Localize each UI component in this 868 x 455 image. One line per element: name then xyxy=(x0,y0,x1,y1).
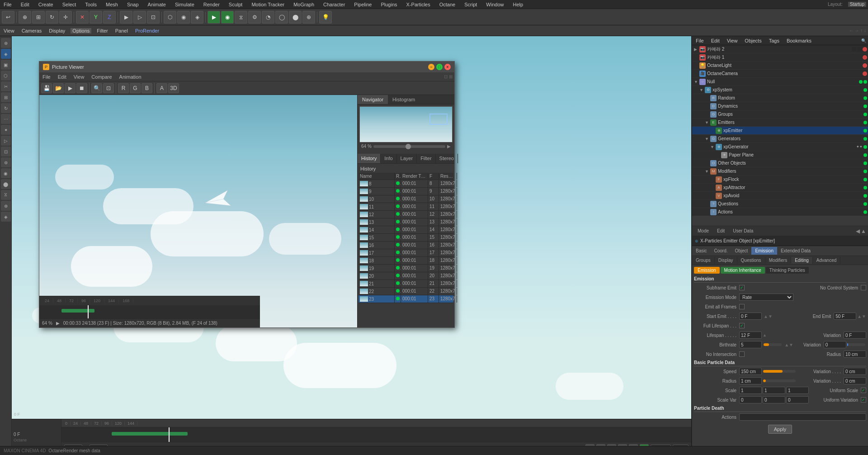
speed-slider[interactable] xyxy=(763,370,796,373)
em-tab-emission[interactable]: Emission xyxy=(694,267,720,274)
pv-tab-filter[interactable]: Filter xyxy=(417,154,435,163)
history-row-9[interactable]: 9 000:01 9 1280x7 xyxy=(359,188,453,195)
pv-menu-view[interactable]: View xyxy=(72,74,86,80)
scale-y-value[interactable]: 1 xyxy=(763,387,785,394)
pv-menu-animation[interactable]: Animation xyxy=(118,74,143,80)
tree-item-xpattractor[interactable]: A xpAttractor xyxy=(692,184,868,192)
cameras-menu[interactable]: Cameras xyxy=(20,28,44,33)
tree-item-xpgenerator[interactable]: ▼ ⊕ xpGenerator ✦✦ xyxy=(692,143,868,151)
tree-item-xpavoid[interactable]: V xpAvoid xyxy=(692,192,868,200)
props-tab-coord[interactable]: Coord. xyxy=(710,247,731,255)
menu-file[interactable]: File xyxy=(2,2,14,7)
xp-btn5[interactable]: ◔ xyxy=(262,11,274,24)
transform-tool[interactable]: ✛ xyxy=(59,11,72,24)
props-tab-object[interactable]: Object xyxy=(731,247,751,255)
pv-tab-stereo[interactable]: Stereo xyxy=(436,154,458,163)
render-region[interactable]: ▷ xyxy=(133,11,146,24)
options-menu[interactable]: Options xyxy=(71,28,91,33)
undo-button[interactable]: ↩ xyxy=(2,11,14,24)
history-row-15[interactable]: 15 000:01 15 1280x7 xyxy=(359,234,453,242)
prorender-menu[interactable]: ProRender xyxy=(133,28,161,33)
props-sub-groups[interactable]: Groups xyxy=(692,257,715,264)
menu-script[interactable]: Script xyxy=(462,2,479,7)
pv-tb-3d[interactable]: 3D xyxy=(168,83,179,93)
pv-zoom-arrow[interactable]: ▶ xyxy=(447,144,451,149)
pv-close-button[interactable]: × xyxy=(444,64,451,70)
menu-plugins[interactable]: Plugins xyxy=(379,2,399,7)
pv-tb-stop[interactable]: ⏹ xyxy=(76,83,87,93)
props-mode-tab[interactable]: Mode xyxy=(694,228,712,234)
sidebar-icon-15[interactable]: ⧖ xyxy=(1,190,11,200)
sidebar-icon-5[interactable]: ✂ xyxy=(1,81,11,91)
xp-btn8[interactable]: ⊕ xyxy=(302,11,315,24)
menu-mograph[interactable]: MoGraph xyxy=(292,2,316,7)
pv-tab-histogram[interactable]: Histogram xyxy=(388,95,420,104)
tree-item-xpemitter[interactable]: ⊕ xpEmitter xyxy=(692,127,868,135)
light-icon[interactable]: 💡 xyxy=(319,11,332,24)
pv-tb-save[interactable]: 💾 xyxy=(41,83,52,93)
tree-item-null[interactable]: ▼ ○ Null xyxy=(692,78,868,86)
render-to-pv[interactable]: ⊡ xyxy=(147,11,160,24)
pv-menu-compare[interactable]: Compare xyxy=(90,74,113,80)
menu-motion-tracker[interactable]: Motion Tracker xyxy=(250,2,286,7)
props-sub-modifiers[interactable]: Modifiers xyxy=(765,257,792,264)
menu-snap[interactable]: Snap xyxy=(125,2,141,7)
scale-var-x[interactable]: 0 xyxy=(739,396,762,403)
history-row-14[interactable]: 14 000:01 14 1280x7 xyxy=(359,226,453,234)
tree-item-paperplane[interactable]: ✈ Paper Plane xyxy=(692,151,868,159)
subframe-emit-checkbox[interactable] xyxy=(739,285,745,290)
rotate-tool[interactable]: ↻ xyxy=(46,11,58,24)
pv-tb-frame[interactable]: ⊡ xyxy=(103,83,114,93)
history-row-11[interactable]: 11 000:01 11 1280x7 xyxy=(359,203,453,211)
sidebar-icon-17[interactable]: ◈ xyxy=(1,212,11,222)
pv-tb-zoom-in[interactable]: 🔍 xyxy=(91,83,102,93)
menu-pipeline[interactable]: Pipeline xyxy=(352,2,373,7)
move-tool[interactable]: ⊕ xyxy=(19,11,31,24)
emit-all-frames-checkbox[interactable] xyxy=(739,304,745,309)
menu-help[interactable]: Help xyxy=(511,2,525,7)
scale-var-y[interactable]: 0 xyxy=(763,396,785,403)
tree-item-modifiers[interactable]: ▼ M Modifiers xyxy=(692,167,868,175)
props-userdata-tab[interactable]: User Data xyxy=(729,228,757,234)
full-lifespan-checkbox[interactable] xyxy=(739,323,745,328)
menu-tools[interactable]: Tools xyxy=(83,2,99,7)
object-tool-z[interactable]: Z xyxy=(103,11,116,24)
pv-image-area[interactable]: 24 48 72 96 120 144 168 xyxy=(39,95,357,327)
sidebar-icon-9[interactable]: ✦ xyxy=(1,125,11,135)
tree-item-xpflock[interactable]: F xpFlock xyxy=(692,175,868,184)
sidebar-icon-6[interactable]: ⊞ xyxy=(1,92,11,102)
tree-item-camera1[interactable]: 📷 카메라 1 xyxy=(692,53,868,62)
pv-tb-render[interactable]: ▶ xyxy=(65,83,75,93)
menu-animate[interactable]: Animate xyxy=(146,2,168,7)
apply-button[interactable]: Apply xyxy=(768,425,793,434)
sidebar-icon-7[interactable]: ↻ xyxy=(1,103,11,113)
sidebar-icon-3[interactable]: ▣ xyxy=(1,60,11,70)
radius-slider[interactable] xyxy=(763,379,796,382)
tree-item-questions[interactable]: ? Questions xyxy=(692,200,868,208)
render-button[interactable]: ▶ xyxy=(120,11,132,24)
radius-variation-value[interactable]: 0 cm xyxy=(844,377,866,384)
props-sub-editing[interactable]: Editing xyxy=(791,257,813,264)
tree-item-octanecamera[interactable]: 🎥 OctaneCamera xyxy=(692,70,868,78)
sidebar-icon-4[interactable]: ⬡ xyxy=(1,71,11,81)
scene-tags-menu[interactable]: Tags xyxy=(767,38,781,43)
panel-menu[interactable]: Panel xyxy=(113,28,130,33)
pv-titlebar[interactable]: P Picture Viewer − □ × xyxy=(39,62,454,72)
xp-green-btn[interactable]: ▶ xyxy=(208,11,220,24)
history-row-21[interactable]: 21 000:01 21 1280x7 xyxy=(359,280,453,288)
xp-btn6[interactable]: ◯ xyxy=(275,11,288,24)
pv-tab-info[interactable]: Info xyxy=(381,154,396,163)
pv-nav-thumbnail[interactable] xyxy=(359,106,453,142)
tree-item-xpsystem[interactable]: ▼ ⚙ xpSystem xyxy=(692,86,868,94)
start-emit-value[interactable]: 0 F xyxy=(739,313,762,320)
xp-btn7[interactable]: ⬤ xyxy=(289,11,302,24)
history-row-22[interactable]: 22 000:01 22 1280x7 xyxy=(359,288,453,295)
birthrate-variation-slider[interactable] xyxy=(847,343,865,346)
scene-bookmarks-menu[interactable]: Bookmarks xyxy=(785,38,813,43)
objects-icon[interactable]: ⬡ xyxy=(164,11,176,24)
view-menu[interactable]: View xyxy=(2,28,16,33)
tree-item-otherobjects[interactable]: O Other Objects xyxy=(692,159,868,167)
em-tab-thinking-particles[interactable]: Thinking Particles xyxy=(766,267,809,274)
sidebar-icon-1[interactable]: ⊕ xyxy=(1,38,11,48)
birthrate-slider[interactable] xyxy=(764,343,782,346)
